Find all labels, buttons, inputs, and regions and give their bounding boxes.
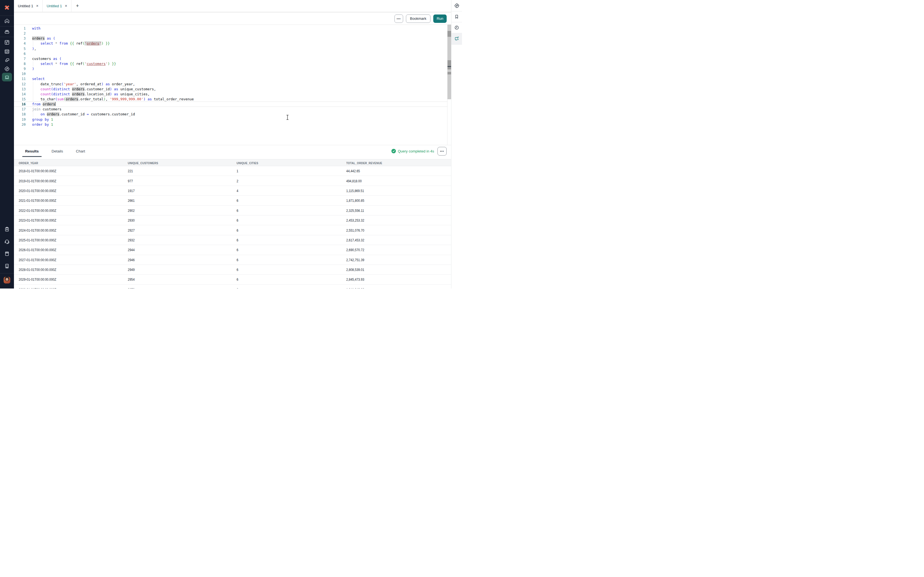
- table-cell: 1: [232, 168, 341, 173]
- column-header-label: UNIQUE_CUSTOMERS: [128, 161, 158, 165]
- table-cell: 977: [123, 178, 232, 184]
- table-row[interactable]: 2029-01-01T00:00:00.000Z295462,845,473.9…: [14, 274, 451, 284]
- new-tab-button[interactable]: +: [71, 0, 83, 12]
- table-row[interactable]: 2028-01-01T00:00:00.000Z294962,808,539.0…: [14, 265, 451, 274]
- line-number: 4: [14, 41, 26, 46]
- sidebar-item-support[interactable]: [2, 237, 12, 246]
- column-header[interactable]: ORDER_YEAR: [14, 160, 123, 165]
- query-status-text: Query completed in 4s: [398, 149, 434, 153]
- table-row[interactable]: 2023-01-01T00:00:00.000Z293062,453,253.3…: [14, 216, 451, 225]
- sidebar-item-docs[interactable]: [2, 249, 12, 258]
- table-cell: 2,325,556.11: [341, 208, 451, 213]
- table-cell: 4: [232, 188, 341, 193]
- app-window: Untitled 1 ✕ Untitled 1 ✕ + ••• Bookmark…: [0, 0, 462, 288]
- column-header[interactable]: TOTAL_ORDER_REVENUE: [341, 160, 451, 165]
- sidebar-item-code[interactable]: [2, 47, 12, 56]
- code-area[interactable]: withorders as ( select * from {{ ref('or…: [32, 26, 443, 127]
- book-icon: [4, 251, 10, 256]
- sidebar-item-home[interactable]: [2, 16, 12, 25]
- sidebar-item-projects[interactable]: [2, 27, 12, 36]
- run-button[interactable]: Run: [433, 15, 447, 23]
- scrollbar-segment[interactable]: [447, 72, 451, 74]
- sidebar-item-clipboard[interactable]: [2, 225, 12, 234]
- table-cell: 494,818.00: [341, 178, 451, 184]
- sidebar-item-screens[interactable]: [2, 56, 12, 64]
- sidebar-item-organization[interactable]: [2, 261, 12, 271]
- line-number: 10: [14, 71, 26, 76]
- bookmark-icon: [454, 14, 459, 19]
- close-icon[interactable]: ✕: [65, 5, 67, 8]
- column-header[interactable]: UNIQUE_CUSTOMERS: [123, 160, 232, 165]
- line-number: 18: [14, 112, 26, 117]
- table-cell: 2927: [123, 228, 232, 233]
- table-row[interactable]: 2030-01-01T00:00:00.000Z287961,841,049.3…: [14, 285, 451, 288]
- sidebar-item-apps[interactable]: [2, 38, 12, 47]
- hex-logo: [3, 4, 11, 11]
- line-number: 1: [14, 26, 26, 31]
- sidebar-divider: [0, 273, 14, 274]
- line-number: 13: [14, 87, 26, 92]
- line-number: 3: [14, 36, 26, 41]
- table-cell: 2,845,473.93: [341, 277, 451, 282]
- line-number: 17: [14, 107, 26, 112]
- results-more-button[interactable]: •••: [438, 147, 447, 156]
- line-number: 8: [14, 61, 26, 66]
- tab-untitled-2[interactable]: Untitled 1 ✕: [43, 0, 71, 12]
- tab-results[interactable]: Results: [22, 145, 42, 157]
- tab-details[interactable]: Details: [49, 145, 66, 157]
- scrollbar-segment[interactable]: [447, 31, 451, 37]
- column-header[interactable]: UNIQUE_CITIES: [232, 160, 341, 165]
- tab-untitled-1[interactable]: Untitled 1 ✕: [14, 0, 43, 12]
- results-tab-bar: Results Details Chart Query completed in…: [14, 145, 451, 157]
- code-window-icon: [4, 49, 10, 54]
- table-cell: 1,871,800.85: [341, 198, 451, 203]
- scrollbar-thumb[interactable]: [447, 60, 451, 69]
- table-cell: 6: [232, 218, 341, 223]
- table-row[interactable]: 2019-01-01T00:00:00.000Z9772494,818.00: [14, 176, 451, 185]
- table-cell: 2954: [123, 277, 232, 282]
- table-cell: 2879: [123, 287, 232, 288]
- table-cell: 44,442.65: [341, 168, 451, 173]
- code-line: ): [32, 66, 443, 71]
- sidebar-item-explore-right[interactable]: [451, 0, 462, 11]
- table-row[interactable]: 2018-01-01T00:00:00.000Z221144,442.65: [14, 166, 451, 176]
- tab-chart[interactable]: Chart: [73, 145, 88, 157]
- hex-logo-icon[interactable]: [2, 3, 12, 12]
- code-line: on orders.customer_id = customers.custom…: [32, 112, 443, 117]
- table-cell: 2022-01-01T00:00:00.000Z: [14, 208, 123, 213]
- table-cell: 2949: [123, 267, 232, 272]
- close-icon[interactable]: ✕: [36, 5, 39, 8]
- table-cell: 2944: [123, 247, 232, 252]
- table-cell: 6: [232, 237, 341, 242]
- editor-scrollbar[interactable]: [447, 24, 451, 99]
- right-sidebar: [451, 0, 462, 288]
- headset-icon: [4, 239, 10, 244]
- sidebar-item-ai-chat[interactable]: [451, 33, 462, 44]
- table-cell: 6: [232, 287, 341, 288]
- table-row[interactable]: 2027-01-01T00:00:00.000Z294662,742,751.3…: [14, 255, 451, 265]
- sidebar-item-explore[interactable]: [2, 64, 12, 73]
- query-status: Query completed in 4s •••: [391, 145, 447, 157]
- user-avatar[interactable]: [3, 277, 10, 284]
- table-cell: 2,617,453.32: [341, 237, 451, 242]
- sidebar-item-terminal[interactable]: [2, 73, 12, 82]
- line-number: 9: [14, 66, 26, 71]
- sidebar-item-history[interactable]: [451, 22, 462, 33]
- line-number-gutter: 1234567891011121314151617181920: [14, 26, 26, 127]
- table-cell: 6: [232, 228, 341, 233]
- sql-editor[interactable]: 1234567891011121314151617181920 withorde…: [14, 25, 447, 145]
- sidebar-divider: [0, 37, 14, 37]
- more-options-button[interactable]: •••: [394, 15, 403, 23]
- table-cell: 2019-01-01T00:00:00.000Z: [14, 178, 123, 184]
- table-row[interactable]: 2026-01-01T00:00:00.000Z294462,690,570.7…: [14, 245, 451, 255]
- table-row[interactable]: 2025-01-01T00:00:00.000Z293262,617,453.3…: [14, 235, 451, 245]
- table-row[interactable]: 2020-01-01T00:00:00.000Z191741,115,869.5…: [14, 186, 451, 196]
- table-row[interactable]: 2024-01-01T00:00:00.000Z292762,551,076.7…: [14, 225, 451, 235]
- sidebar-item-bookmarks[interactable]: [451, 11, 462, 22]
- bookmark-button[interactable]: Bookmark: [406, 15, 431, 23]
- table-header-row: ORDER_YEARUNIQUE_CUSTOMERSUNIQUE_CITIEST…: [14, 159, 451, 166]
- table-row[interactable]: 2022-01-01T00:00:00.000Z290262,325,556.1…: [14, 206, 451, 216]
- table-row[interactable]: 2021-01-01T00:00:00.000Z266161,871,800.8…: [14, 196, 451, 205]
- home-icon: [4, 18, 10, 24]
- table-cell: 1917: [123, 188, 232, 193]
